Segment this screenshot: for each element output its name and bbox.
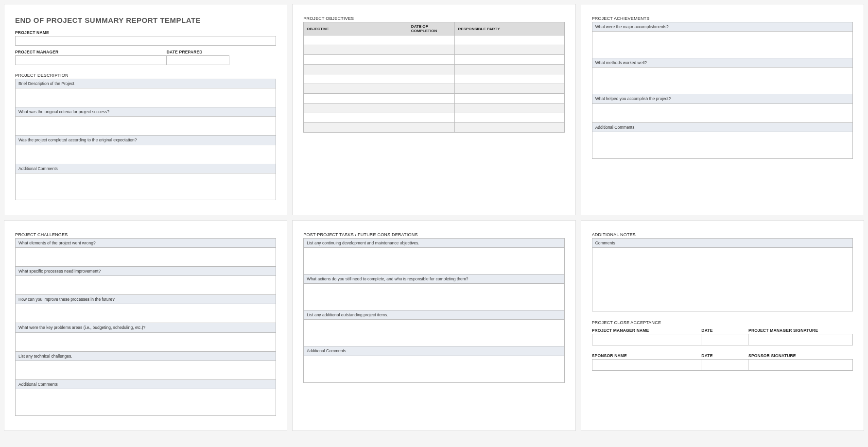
- table-row: [304, 94, 564, 103]
- input-sponsor-signature[interactable]: [748, 359, 853, 371]
- cell[interactable]: [408, 103, 455, 113]
- post-a-1[interactable]: [304, 248, 564, 274]
- cell[interactable]: [455, 74, 564, 84]
- cell[interactable]: [408, 45, 455, 55]
- post-a-3[interactable]: [304, 320, 564, 346]
- desc-block-3: Was the project completed according to t…: [15, 136, 276, 164]
- table-row: [304, 103, 564, 113]
- cell[interactable]: [408, 123, 455, 133]
- cell[interactable]: [408, 65, 455, 74]
- cell[interactable]: [408, 55, 455, 65]
- post-a-4[interactable]: [304, 356, 564, 382]
- input-project-manager[interactable]: [15, 55, 167, 65]
- desc-q-3: Was the project completed according to t…: [16, 136, 276, 145]
- label-close-acceptance: PROJECT CLOSE ACCEPTANCE: [592, 320, 853, 325]
- chal-a-5[interactable]: [16, 361, 276, 379]
- label-sponsor-name: SPONSOR NAME: [592, 353, 702, 358]
- chal-block-5: List any technical challenges.: [15, 352, 276, 380]
- cell[interactable]: [455, 55, 564, 65]
- cell[interactable]: [304, 103, 408, 113]
- desc-a-4[interactable]: [16, 173, 276, 200]
- cell[interactable]: [455, 35, 564, 45]
- th-date-completion: DATE OF COMPLETION: [408, 22, 455, 35]
- page-2-objectives: PROJECT OBJECTIVES OBJECTIVE DATE OF COM…: [292, 4, 575, 215]
- cell[interactable]: [304, 94, 408, 103]
- label-achievements: PROJECT ACHIEVEMENTS: [592, 16, 853, 21]
- input-pm-signature[interactable]: [748, 334, 853, 345]
- input-date-pm[interactable]: [701, 334, 748, 345]
- cell[interactable]: [408, 84, 455, 94]
- post-a-2[interactable]: [304, 284, 564, 310]
- cell[interactable]: [455, 94, 564, 103]
- chal-q-4: What were the key problems areas (i.e., …: [16, 323, 276, 332]
- cell[interactable]: [455, 103, 564, 113]
- cell[interactable]: [455, 84, 564, 94]
- cell[interactable]: [408, 113, 455, 123]
- cell[interactable]: [304, 113, 408, 123]
- notes-a[interactable]: [592, 248, 852, 311]
- desc-a-2[interactable]: [16, 117, 276, 135]
- cell[interactable]: [455, 113, 564, 123]
- chal-a-4[interactable]: [16, 333, 276, 351]
- cell[interactable]: [304, 123, 408, 133]
- cell[interactable]: [455, 65, 564, 74]
- table-row: [304, 113, 564, 123]
- ach-block-2: What methods worked well?: [592, 58, 853, 94]
- cell[interactable]: [408, 35, 455, 45]
- chal-a-1[interactable]: [16, 248, 276, 266]
- input-date-prepared[interactable]: [167, 55, 229, 65]
- ach-block-4: Additional Comments: [592, 123, 853, 159]
- post-block-2: What actions do you still need to comple…: [303, 275, 564, 310]
- cell[interactable]: [408, 74, 455, 84]
- label-sponsor-signature: SPONSOR SIGNATURE: [748, 353, 853, 358]
- desc-a-3[interactable]: [16, 145, 276, 164]
- post-q-4: Additional Comments: [304, 346, 564, 356]
- chal-block-6: Additional Comments: [15, 380, 276, 416]
- ach-q-2: What methods worked well?: [592, 58, 852, 68]
- post-q-3: List any additional outstanding project …: [304, 310, 564, 320]
- chal-block-1: What elements of the project went wrong?: [15, 238, 276, 267]
- post-block-4: Additional Comments: [303, 346, 564, 382]
- cell[interactable]: [304, 35, 408, 45]
- post-block-3: List any additional outstanding project …: [303, 310, 564, 346]
- chal-a-6[interactable]: [16, 389, 276, 415]
- label-pm-name: PROJECT MANAGER NAME: [592, 328, 702, 333]
- input-date-sponsor[interactable]: [701, 359, 748, 371]
- label-date-pm: DATE: [701, 328, 748, 333]
- cell[interactable]: [304, 84, 408, 94]
- chal-a-2[interactable]: [16, 276, 276, 294]
- ach-block-1: What were the major accomplishments?: [592, 22, 853, 58]
- ach-a-1[interactable]: [592, 32, 852, 58]
- input-pm-name[interactable]: [592, 334, 702, 345]
- cell[interactable]: [304, 74, 408, 84]
- report-title: END OF PROJECT SUMMARY REPORT TEMPLATE: [15, 16, 276, 24]
- ach-a-2[interactable]: [592, 68, 852, 94]
- table-row: [304, 123, 564, 133]
- cell[interactable]: [455, 45, 564, 55]
- post-q-2: What actions do you still need to comple…: [304, 275, 564, 284]
- cell[interactable]: [304, 65, 408, 74]
- cell[interactable]: [304, 55, 408, 65]
- label-challenges: PROJECT CHALLENGES: [15, 232, 276, 237]
- label-objectives: PROJECT OBJECTIVES: [303, 16, 564, 21]
- input-project-name[interactable]: [15, 36, 276, 46]
- th-responsible-party: RESPONSIBLE PARTY: [455, 22, 564, 35]
- chal-block-2: What specific processes need improvement…: [15, 267, 276, 295]
- ach-block-3: What helped you accomplish the project?: [592, 94, 853, 122]
- notes-block: Comments: [592, 238, 853, 311]
- cell[interactable]: [304, 45, 408, 55]
- desc-block-1: Brief Description of the Project: [15, 79, 276, 107]
- cell[interactable]: [455, 123, 564, 133]
- label-project-manager: PROJECT MANAGER: [15, 50, 167, 54]
- label-date-sponsor: DATE: [701, 353, 748, 358]
- table-row: [304, 65, 564, 74]
- desc-block-2: What was the original criteria for proje…: [15, 107, 276, 136]
- cell[interactable]: [408, 94, 455, 103]
- label-additional-notes: ADDITIONAL NOTES: [592, 232, 853, 237]
- chal-a-3[interactable]: [16, 304, 276, 323]
- desc-a-1[interactable]: [16, 88, 276, 107]
- input-sponsor-name[interactable]: [592, 359, 702, 371]
- ach-a-3[interactable]: [592, 104, 852, 122]
- ach-a-4[interactable]: [592, 132, 852, 158]
- page-4-challenges: PROJECT CHALLENGES What elements of the …: [4, 220, 287, 431]
